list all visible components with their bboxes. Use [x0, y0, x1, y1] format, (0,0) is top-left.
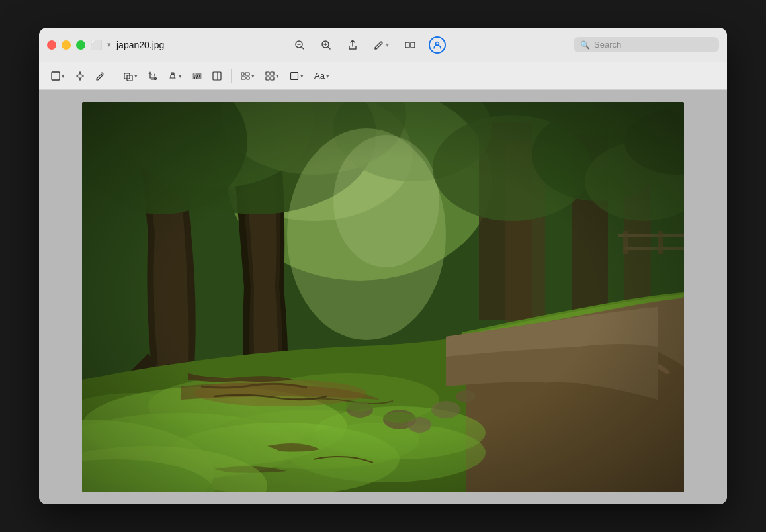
panel-tool-button[interactable]	[208, 69, 226, 83]
svg-rect-26	[245, 73, 249, 75]
user-icon[interactable]	[429, 36, 446, 54]
selection-chevron-icon: ▾	[62, 73, 65, 79]
svg-line-2	[302, 47, 304, 49]
border-tool-button[interactable]: ▾	[286, 69, 308, 83]
svg-line-6	[328, 47, 330, 49]
crop-tool-icon	[148, 71, 157, 81]
svg-rect-7	[405, 42, 409, 48]
adjust-tool-icon	[192, 71, 202, 81]
image-container	[82, 102, 684, 492]
share-icon	[347, 40, 358, 50]
draw-tool-icon	[95, 71, 105, 81]
preview-window: ⬜ ▾ japan20.jpg	[39, 28, 727, 504]
magic-select-button[interactable]	[71, 69, 89, 83]
close-button[interactable]	[47, 40, 56, 50]
svg-point-14	[155, 77, 157, 79]
display-chevron-icon: ▾	[276, 73, 279, 79]
titlebar-left: ⬜ ▾ japan20.jpg	[91, 40, 164, 50]
stamp-tool-icon	[168, 71, 177, 81]
toolbar-sep-2	[231, 69, 232, 83]
svg-rect-32	[271, 77, 274, 80]
svg-rect-10	[52, 72, 60, 80]
svg-rect-23	[213, 72, 221, 80]
markup-chevron-icon: ▾	[386, 41, 389, 48]
svg-rect-33	[291, 72, 298, 79]
arrange-chevron-icon: ▾	[251, 73, 255, 79]
window-mode-button[interactable]	[402, 37, 418, 53]
search-icon: 🔍	[580, 40, 590, 50]
display-tool-button[interactable]: ▾	[261, 69, 283, 83]
image-content-area	[39, 90, 727, 504]
markup-button[interactable]: ▾	[371, 37, 392, 53]
svg-rect-8	[411, 42, 415, 48]
titlebar: ⬜ ▾ japan20.jpg	[39, 28, 727, 62]
markup-icon	[374, 40, 384, 50]
svg-rect-79	[82, 102, 684, 492]
minimize-button[interactable]	[62, 40, 71, 50]
sidebar-chevron-icon[interactable]: ▾	[107, 40, 111, 49]
svg-rect-15	[171, 73, 174, 74]
svg-rect-27	[241, 77, 245, 79]
titlebar-center: ▾	[164, 36, 574, 54]
border-tool-icon	[290, 71, 299, 81]
svg-rect-30	[271, 72, 274, 75]
svg-rect-29	[266, 72, 269, 75]
border-chevron-icon: ▾	[300, 73, 304, 79]
svg-point-20	[194, 73, 196, 75]
svg-rect-28	[247, 77, 249, 79]
shape-chevron-icon: ▾	[134, 73, 138, 79]
adjust-tool-button[interactable]	[189, 69, 206, 83]
text-tool-button[interactable]: Aa ▾	[310, 68, 333, 83]
toolbar: ▾ ▾	[39, 62, 727, 90]
share-button[interactable]	[345, 37, 361, 53]
display-tool-icon	[265, 71, 275, 81]
selection-tool-icon	[51, 71, 60, 81]
traffic-lights	[47, 40, 85, 50]
draw-tool-button[interactable]	[91, 69, 108, 83]
search-bar[interactable]: 🔍	[574, 37, 719, 52]
shape-tool-button[interactable]: ▾	[120, 69, 142, 83]
toolbar-sep-1	[114, 69, 114, 83]
shape-tool-icon	[124, 71, 133, 81]
zoom-out-button[interactable]	[292, 37, 308, 53]
panel-tool-icon	[212, 71, 222, 81]
selection-tool-button[interactable]: ▾	[47, 69, 69, 83]
svg-rect-25	[241, 73, 244, 75]
window-mode-icon	[405, 40, 415, 50]
svg-rect-13	[151, 74, 152, 75]
svg-point-21	[198, 75, 200, 77]
zoom-out-icon	[294, 40, 305, 50]
zoom-in-icon	[321, 40, 331, 50]
titlebar-right: 🔍	[574, 37, 719, 52]
stamp-tool-button[interactable]: ▾	[164, 69, 186, 83]
text-chevron-icon: ▾	[326, 73, 329, 79]
zoom-in-button[interactable]	[318, 37, 334, 53]
stamp-chevron-icon: ▾	[179, 73, 182, 79]
search-input[interactable]	[594, 40, 712, 50]
svg-rect-31	[266, 77, 269, 80]
forest-image	[82, 102, 684, 492]
user-avatar-icon	[433, 40, 442, 50]
arrange-tool-icon	[241, 71, 250, 81]
magic-select-icon	[75, 71, 85, 81]
svg-point-22	[195, 77, 197, 79]
file-title-group[interactable]: japan20.jpg	[116, 40, 164, 50]
crop-tool-button[interactable]	[144, 69, 161, 83]
sidebar-toggle-icon[interactable]: ⬜	[91, 40, 102, 50]
filename-label: japan20.jpg	[116, 40, 164, 50]
text-tool-label: Aa	[314, 71, 325, 81]
maximize-button[interactable]	[76, 40, 85, 50]
arrange-tool-button[interactable]: ▾	[237, 69, 259, 83]
